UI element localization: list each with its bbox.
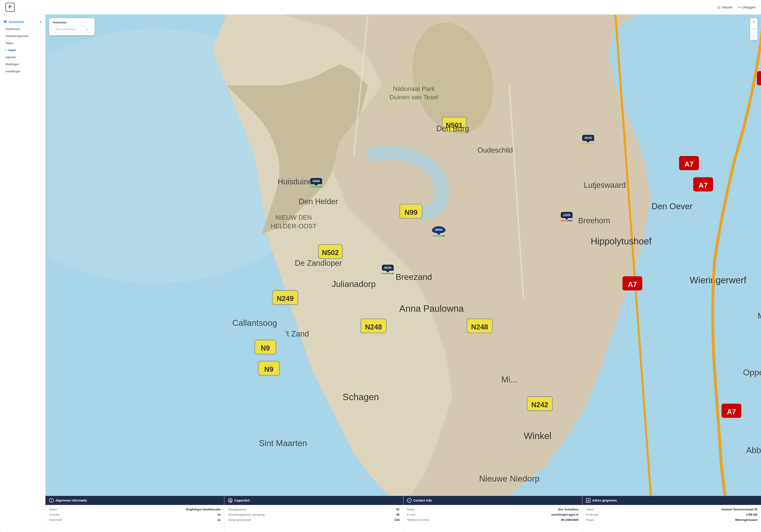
- sidebar-item-dashboard[interactable]: Dashboard: [0, 26, 45, 32]
- svg-text:De Zandloper: De Zandloper: [295, 259, 342, 267]
- svg-text:Julianadorp: Julianadorp: [332, 279, 376, 289]
- logout-button[interactable]: ↪ Uitloggen: [738, 5, 756, 9]
- sidebar-item-instellingen[interactable]: Instellingen: [0, 68, 45, 75]
- topbar: P 📰 Nieuws ↪ Uitloggen: [0, 0, 761, 15]
- svg-text:Wieringerwerf: Wieringerwerf: [690, 275, 746, 285]
- svg-text:Mi...: Mi...: [501, 375, 518, 384]
- svg-text:NIEUW DEN: NIEUW DEN: [275, 214, 312, 221]
- panel-capaciteit-header: ◎ Capaciteit: [224, 496, 403, 505]
- main-layout: 🏛 Gemeente ∧ Dashboard Arbeidsmigranten …: [0, 15, 761, 532]
- panel-row-contact-naam: Naam Eve Scholtens: [407, 507, 578, 512]
- info-icon: i: [49, 498, 54, 503]
- svg-text:N9: N9: [261, 344, 270, 352]
- svg-text:A7: A7: [698, 181, 708, 189]
- content-area: N99 N502 N9 N248 N248 N242 N501 N9: [45, 15, 761, 532]
- map-zoom-controls: + − ↑: [750, 18, 757, 40]
- panel-row-licentie: Licentie Ja: [49, 512, 220, 517]
- zoom-reset-button[interactable]: ↑: [750, 33, 757, 40]
- zoom-out-button[interactable]: −: [750, 26, 757, 33]
- svg-text:A7: A7: [684, 160, 693, 168]
- topbar-right: 📰 Nieuws ↪ Uitloggen: [717, 5, 756, 9]
- panel-row-arbeidsmigranten: Arbeidsmigranten aanwezig 48: [228, 512, 399, 517]
- marker-25-25[interactable]: 25/25: [582, 135, 594, 144]
- svg-text:Abbekerk: Abbekerk: [746, 445, 761, 455]
- adres-icon: ⊞: [586, 498, 591, 503]
- panel-contact-body: Naam Eve Scholtens E-mail eve@bright-agr…: [403, 505, 582, 524]
- svg-text:Winkel: Winkel: [524, 431, 552, 441]
- svg-text:Lutjeswaard: Lutjeswaard: [584, 181, 626, 189]
- svg-text:A7: A7: [727, 408, 736, 416]
- svg-text:Nationaal Park: Nationaal Park: [393, 85, 435, 92]
- svg-text:N248: N248: [365, 323, 382, 331]
- contact-icon: i: [407, 498, 412, 503]
- svg-text:N242: N242: [531, 401, 548, 409]
- svg-text:Sint Maarten: Sint Maarten: [259, 438, 307, 448]
- logout-icon: ↪: [738, 5, 741, 9]
- marker-12-20[interactable]: 12/20: [561, 212, 573, 221]
- svg-text:A7: A7: [628, 280, 637, 288]
- svg-text:Breehorn: Breehorn: [578, 216, 610, 225]
- svg-rect-22: [757, 71, 761, 85]
- filter-label: Huisvester: [53, 21, 91, 24]
- panel-row-plaats: Plaats Wieringerwaard: [586, 517, 757, 522]
- svg-text:Breezand: Breezand: [396, 272, 432, 282]
- panel-algemene-info-body: Naam BrightAgro Hoofdlocatie Licentie Ja…: [45, 505, 224, 524]
- panel-capaciteit: ◎ Capaciteit Slaapplaatsen 55 Arbeidsmig…: [224, 496, 403, 532]
- map-svg: N99 N502 N9 N248 N248 N242 N501 N9: [45, 15, 761, 496]
- sidebar: 🏛 Gemeente ∧ Dashboard Arbeidsmigranten …: [0, 15, 45, 532]
- svg-text:Den Oever: Den Oever: [651, 202, 693, 211]
- filter-select[interactable]: Alle huisvesters ∨: [53, 26, 91, 32]
- panel-row-keurmerk: Keurmerk Ja: [49, 517, 220, 522]
- panel-algemene-info-header: i Algemene informatie: [45, 496, 224, 505]
- gemeente-icon: 🏛: [4, 20, 7, 24]
- panel-adres-gegevens: ⊞ Adres gegevens Adres Kasteel Terwormst…: [582, 496, 761, 532]
- svg-text:Oudeschild: Oudeschild: [478, 146, 513, 154]
- zoom-in-button[interactable]: +: [750, 18, 757, 26]
- marker-48-55[interactable]: 48/55: [432, 226, 446, 236]
- news-icon: 📰: [717, 5, 721, 9]
- panel-adres-header: ⊞ Adres gegevens: [582, 496, 761, 505]
- svg-text:N99: N99: [405, 208, 418, 216]
- marker-35-40[interactable]: 35/40: [382, 265, 394, 274]
- sidebar-section-header[interactable]: 🏛 Gemeente ∧: [0, 18, 45, 26]
- panel-adres-body: Adres Kasteel Terwormstraat 30 Postcode …: [582, 505, 761, 524]
- marker-58-60[interactable]: 58/60: [310, 178, 322, 187]
- svg-text:N249: N249: [277, 295, 293, 303]
- svg-text:Hippolytushoef: Hippolytushoef: [591, 236, 652, 247]
- svg-text:Den Helder: Den Helder: [299, 197, 338, 206]
- sidebar-item-meldingen[interactable]: Meldingen: [0, 61, 45, 68]
- panel-row-naam: Naam BrightAgro Hoofdlocatie: [49, 507, 220, 512]
- news-button[interactable]: 📰 Nieuws: [717, 5, 732, 9]
- svg-text:N9: N9: [264, 365, 273, 373]
- sidebar-item-agenda[interactable]: Agenda: [0, 54, 45, 61]
- app-logo: P: [5, 3, 15, 12]
- panel-row-postcode: Postcode 1766 EB: [586, 512, 757, 517]
- svg-text:Callantsoog: Callantsoog: [232, 318, 277, 327]
- panel-contact-header: i Contact info: [403, 496, 582, 505]
- svg-text:Duinen van Texel: Duinen van Texel: [389, 94, 438, 101]
- svg-text:Anna Paulowna: Anna Paulowna: [399, 303, 464, 314]
- chevron-up-icon: ∧: [39, 20, 41, 24]
- svg-text:N248: N248: [471, 323, 488, 331]
- sidebar-item-taken[interactable]: Taken: [0, 39, 45, 47]
- svg-text:'t Zand: 't Zand: [285, 329, 309, 338]
- panel-row-adres: Adres Kasteel Terwormstraat 30: [586, 507, 757, 512]
- chevron-down-icon: ∨: [86, 28, 88, 31]
- svg-text:Opperdoes: Opperdoes: [743, 368, 761, 377]
- filter-placeholder: Alle huisvesters: [55, 28, 76, 31]
- svg-text:Den Burg: Den Burg: [437, 124, 469, 133]
- sidebar-item-arbeidsmigranten[interactable]: Arbeidsmigranten: [0, 32, 45, 39]
- app-frame: P 📰 Nieuws ↪ Uitloggen 🏛 Gemeente ∧: [0, 0, 761, 532]
- sidebar-item-kaart[interactable]: Kaart: [0, 47, 45, 54]
- map-container[interactable]: N99 N502 N9 N248 N248 N242 N501 N9: [45, 15, 761, 496]
- panel-contact-info: i Contact info Naam Eve Scholtens E-mail…: [403, 496, 582, 532]
- svg-text:HELDER-OOST: HELDER-OOST: [271, 222, 317, 230]
- panel-row-telefoon: Telefoonnummer 06-24901669: [407, 517, 578, 522]
- panel-row-slaapplaatsen: Slaapplaatsen 55: [228, 507, 399, 512]
- info-panels: i Algemene informatie Naam BrightAgro Ho…: [45, 496, 761, 532]
- svg-text:N502: N502: [322, 249, 339, 257]
- svg-text:Nieuwe Niedorp: Nieuwe Niedorp: [479, 474, 540, 483]
- map-filter: Huisvester Alle huisvesters ∨: [49, 18, 94, 35]
- panel-algemene-info: i Algemene informatie Naam BrightAgro Ho…: [45, 496, 224, 532]
- panel-capaciteit-body: Slaapplaatsen 55 Arbeidsmigranten aanwez…: [224, 505, 403, 524]
